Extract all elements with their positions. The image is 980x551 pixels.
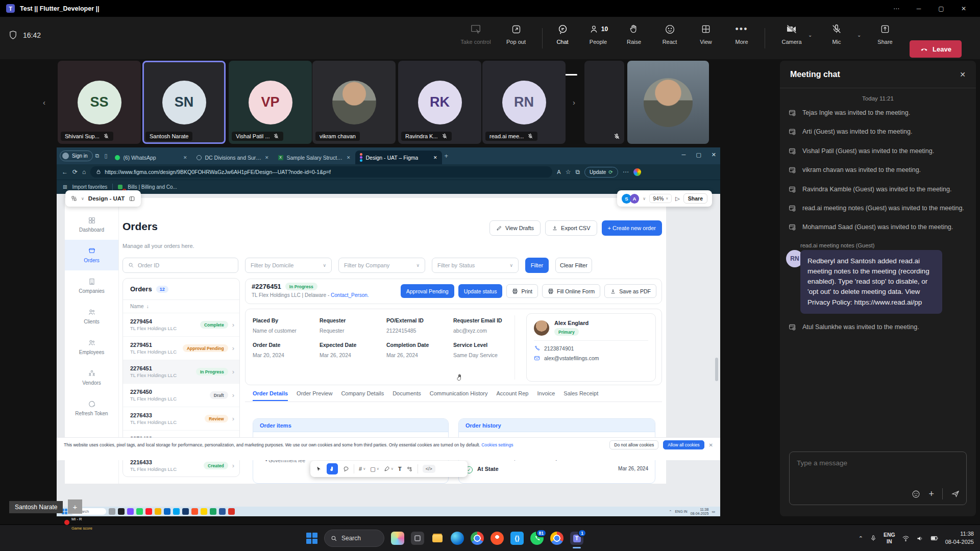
chevron-right-icon: › (232, 368, 234, 375)
whatsapp-icon[interactable]: 81 (530, 532, 544, 545)
status-badge: In Progress (285, 283, 317, 290)
layout-icon (129, 195, 135, 202)
app-icon (118, 508, 125, 515)
leave-button[interactable]: Leave (910, 40, 962, 58)
sidebar-item-employees: Employees (65, 332, 118, 362)
mic-options-chevron-icon[interactable]: ⌄ (857, 32, 861, 38)
game-score-widget: MI - RGame score (64, 513, 92, 532)
tab-communication-history: Communication History (430, 390, 488, 401)
take-control-button[interactable]: Take control (453, 23, 499, 45)
share-button[interactable]: Share (868, 23, 902, 45)
app-icon (191, 508, 198, 515)
contact-card: Alex Englard Primary 2123874901 alex@vst… (526, 313, 656, 382)
window-menu-icon[interactable]: ⋯ (886, 5, 906, 12)
pop-out-icon (511, 23, 522, 35)
participant-name: Ravindra K... (401, 132, 452, 141)
participant-name: Santosh Narate (145, 132, 192, 141)
app-icon[interactable] (411, 532, 424, 545)
teams-icon[interactable]: T 1 (570, 532, 583, 545)
video-tile[interactable]: VP Vishal Patil ... (229, 61, 312, 144)
view-button[interactable]: View (689, 23, 723, 45)
spotlight-video-tile[interactable] (627, 61, 709, 144)
tray-chevron-icon: ⌃ (669, 510, 672, 514)
shared-screen[interactable]: Sign in ⧉ ▯ (6) WhatsApp✕ DC Divisions a… (57, 147, 720, 516)
chat-input[interactable] (797, 459, 959, 467)
battery-icon[interactable] (930, 535, 939, 542)
attach-plus-icon[interactable]: + (928, 489, 934, 499)
shared-taskbar: ⌕Search ⌃ ENG IN 11:3808-04-2025 ▭ (57, 507, 720, 516)
file-explorer-icon[interactable] (431, 532, 444, 545)
video-tile[interactable]: SS Shivani Sup... (58, 61, 141, 144)
strip-prev-icon[interactable]: ‹ (43, 98, 45, 107)
divider (245, 402, 662, 402)
mic-button[interactable]: Mic (820, 23, 853, 45)
people-button[interactable]: 10 People (581, 23, 615, 45)
meeting-chat-panel: Meeting chat ✕ Today 11:21 Tejas Ingle w… (780, 61, 976, 516)
allow-cookies-button: Allow all cookies (663, 440, 704, 449)
taskbar-search[interactable]: Search (324, 530, 384, 547)
video-tile[interactable]: SN Santosh Narate (142, 61, 226, 144)
video-tile[interactable]: vikram chavan (312, 61, 396, 144)
system-message: vikram chavan was invited to the meeting… (780, 161, 976, 180)
taskbar-clock[interactable]: 11:3808-04-2025 (945, 530, 974, 546)
tray-chevron-icon[interactable]: ⌃ (859, 535, 863, 542)
cookie-text: This website uses cookies, pixel tags, a… (64, 442, 513, 447)
employees-icon (88, 339, 96, 347)
minimize-icon[interactable]: ─ (909, 5, 929, 12)
app-icon (210, 508, 216, 515)
maximize-icon[interactable]: ▢ (931, 5, 951, 12)
language-indicator[interactable]: ENGIN (884, 532, 895, 545)
printer-icon (512, 288, 518, 294)
more-button[interactable]: ••• More (725, 23, 758, 45)
video-tile[interactable] (584, 61, 624, 144)
camera-button[interactable]: Camera (775, 23, 808, 45)
chat-close-icon[interactable]: ✕ (960, 70, 966, 79)
video-tile[interactable]: RK Ravindra K... (398, 61, 481, 144)
chevron-right-icon: › (232, 391, 234, 399)
start-button[interactable] (306, 533, 317, 544)
figma-toolbar: #∨ ▢∨ ∨ T </> (310, 461, 468, 477)
vscode-icon[interactable]: ⟨⟩ (510, 532, 524, 545)
edge-icon[interactable] (451, 532, 464, 545)
update-status-button: Update status (458, 284, 503, 298)
order-row-selected: 2276451TL Flex Holdings LLCIn Progress› (123, 360, 239, 384)
camera-options-chevron-icon[interactable]: ⌄ (808, 32, 812, 38)
raise-hand-button[interactable]: Raise (617, 23, 651, 45)
pop-out-button[interactable]: Pop out (499, 23, 533, 45)
search-icon (128, 262, 134, 268)
volume-icon[interactable] (916, 535, 924, 542)
contact-person-link: Contact_Person. (331, 292, 369, 298)
app-icon (109, 508, 115, 515)
chat-button[interactable]: Chat (546, 23, 579, 45)
chat-input-box[interactable]: + (789, 452, 967, 505)
chrome-icon[interactable] (471, 532, 484, 545)
tray-lang: ENG IN (675, 510, 687, 514)
video-tile[interactable]: RN read.ai mee... (482, 61, 566, 144)
fill-online-form-button: Fill Online Form (542, 284, 600, 298)
people-icon: 10 (589, 23, 608, 35)
wifi-icon[interactable] (902, 535, 910, 542)
send-icon[interactable] (951, 489, 960, 498)
figma-file-name: Design - UAT (88, 195, 125, 202)
chevron-right-icon: › (232, 415, 234, 422)
order-info-card: Placed ByName of customer RequesterReque… (245, 309, 662, 385)
avatar: VP (249, 81, 292, 124)
strip-next-icon[interactable]: › (573, 98, 575, 107)
participant-photo (332, 81, 376, 124)
emoji-icon[interactable] (912, 490, 920, 498)
tray-mic-icon[interactable] (870, 535, 877, 542)
brave-icon[interactable] (491, 532, 504, 545)
windows-taskbar: Search ⟨⟩ 81 T 1 ⌃ ENGIN 11:3808-04-2025 (0, 524, 980, 551)
close-icon[interactable]: ✕ (953, 5, 974, 12)
contact-email: alex@vstatefilings.com (534, 355, 648, 361)
chrome-profile-icon[interactable] (550, 532, 564, 545)
calendar-add-icon (788, 204, 796, 212)
cookie-banner: This website uses cookies, pixel tags, a… (57, 437, 720, 460)
order-row: 2279454TL Flex Holdings LLCComplete› (123, 313, 239, 337)
copilot-icon[interactable] (391, 532, 404, 545)
detail-tabs: Order Details Order Preview Company Deta… (253, 390, 598, 401)
tab-close-icon: ✕ (265, 155, 269, 160)
react-button[interactable]: React (653, 23, 687, 45)
app-icon (182, 508, 189, 515)
refresh-icon: ⟳ (72, 168, 78, 176)
